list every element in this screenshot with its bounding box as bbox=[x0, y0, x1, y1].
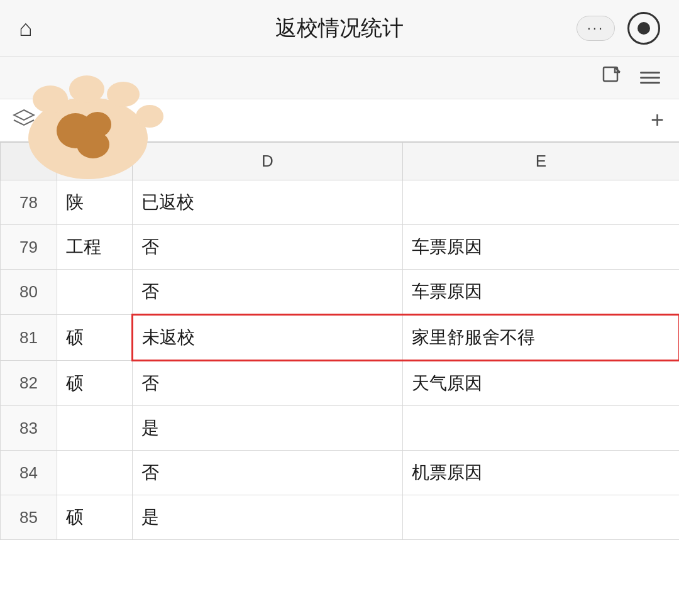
spreadsheet: D E 78 陕 已返校 79 工程 否 车票原因 80 否 车票原因 81 硕… bbox=[0, 142, 679, 540]
layer-icon bbox=[13, 109, 35, 132]
menu-bar-1 bbox=[640, 72, 660, 74]
row-num-cell: 80 bbox=[1, 270, 57, 315]
cell-b bbox=[57, 451, 133, 495]
cell-d-highlighted: 未返校 bbox=[133, 315, 403, 361]
cell-b: 工程 bbox=[57, 225, 133, 270]
table-row: 82 硕 否 天气原因 bbox=[1, 361, 680, 406]
table-row: 85 硕 是 bbox=[1, 495, 680, 540]
cell-e-highlighted: 家里舒服舍不得 bbox=[403, 315, 680, 361]
cell-e: 车票原因 bbox=[403, 225, 680, 270]
export-icon[interactable] bbox=[601, 65, 622, 91]
row-num-cell: 85 bbox=[1, 495, 57, 540]
tabs-bar: 工作表1 + bbox=[0, 99, 679, 142]
row-num-cell: 78 bbox=[1, 180, 57, 225]
header-left: ⌂ bbox=[19, 15, 33, 41]
cell-b: 硕 bbox=[57, 495, 133, 540]
menu-icon[interactable] bbox=[640, 72, 660, 84]
menu-bar-3 bbox=[640, 82, 660, 84]
cell-e: 天气原因 bbox=[403, 361, 680, 406]
cell-b: 硕 bbox=[57, 315, 133, 361]
col-b-header bbox=[57, 143, 133, 180]
cell-b: 硕 bbox=[57, 361, 133, 406]
row-num-cell: 81 bbox=[1, 315, 57, 361]
corner-cell bbox=[1, 143, 57, 180]
cell-d: 是 bbox=[133, 495, 403, 540]
secondary-toolbar bbox=[0, 57, 679, 99]
menu-bar-2 bbox=[640, 77, 660, 79]
row-num-cell: 79 bbox=[1, 225, 57, 270]
cell-e: 车票原因 bbox=[403, 270, 680, 315]
row-num-cell: 83 bbox=[1, 406, 57, 451]
col-e-header: E bbox=[403, 143, 680, 180]
table-row: 79 工程 否 车票原因 bbox=[1, 225, 680, 270]
record-inner-circle bbox=[638, 22, 650, 35]
header: ⌂ 返校情况统计 ··· bbox=[0, 0, 679, 57]
tab-sheet1[interactable]: 工作表1 bbox=[45, 106, 108, 135]
cell-d: 否 bbox=[133, 361, 403, 406]
table-row: 78 陕 已返校 bbox=[1, 180, 680, 225]
cell-d: 否 bbox=[133, 451, 403, 495]
record-button[interactable] bbox=[627, 12, 660, 45]
cell-d: 是 bbox=[133, 406, 403, 451]
row-num-cell: 84 bbox=[1, 451, 57, 495]
cell-e bbox=[403, 406, 680, 451]
cell-e bbox=[403, 495, 680, 540]
cell-e bbox=[403, 180, 680, 225]
row-num-cell: 82 bbox=[1, 361, 57, 406]
corner-triangle bbox=[40, 145, 54, 159]
svg-marker-9 bbox=[14, 110, 34, 120]
col-d-header: D bbox=[133, 143, 403, 180]
cell-d: 否 bbox=[133, 225, 403, 270]
cell-d: 否 bbox=[133, 270, 403, 315]
cell-b: 陕 bbox=[57, 180, 133, 225]
table-row-highlighted: 81 硕 未返校 家里舒服舍不得 bbox=[1, 315, 680, 361]
cell-b bbox=[57, 270, 133, 315]
table-row: 83 是 bbox=[1, 406, 680, 451]
cell-b bbox=[57, 406, 133, 451]
column-header-row: D E bbox=[1, 143, 680, 180]
table-row: 80 否 车票原因 bbox=[1, 270, 680, 315]
ellipsis-button[interactable]: ··· bbox=[577, 16, 615, 41]
table-row: 84 否 机票原因 bbox=[1, 451, 680, 495]
cell-e: 机票原因 bbox=[403, 451, 680, 495]
page-title: 返校情况统计 bbox=[275, 14, 404, 43]
header-right: ··· bbox=[577, 12, 660, 45]
cell-d: 已返校 bbox=[133, 180, 403, 225]
add-sheet-button[interactable]: + bbox=[651, 107, 664, 133]
home-icon[interactable]: ⌂ bbox=[19, 15, 33, 41]
